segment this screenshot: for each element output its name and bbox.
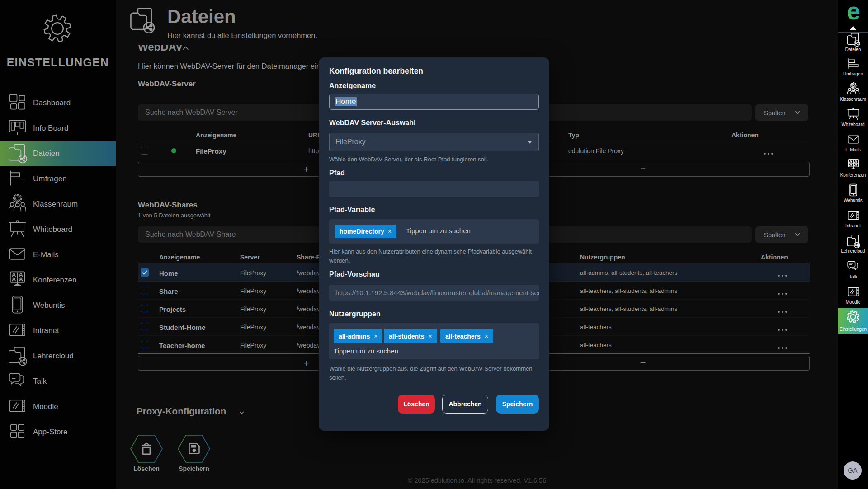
svg-text:e: e — [847, 3, 860, 22]
